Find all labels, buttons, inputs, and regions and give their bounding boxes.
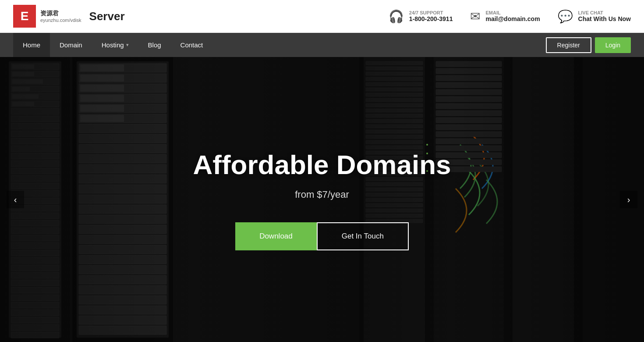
- logo-text-block: 资源君 eyunzhu.com/vdisk: [40, 10, 81, 23]
- logo-icon: E: [13, 5, 36, 28]
- hosting-chevron-icon: ▾: [126, 42, 129, 48]
- register-button[interactable]: Register: [546, 37, 591, 53]
- email-address[interactable]: mail@domain.com: [485, 15, 540, 22]
- main-nav: Home Domain Hosting ▾ Blog Contact: [13, 33, 546, 57]
- hero-title: Affordable Domains: [193, 149, 451, 180]
- nav-blog[interactable]: Blog: [138, 33, 171, 57]
- carousel-next-button[interactable]: ›: [620, 191, 637, 208]
- support-contact: 🎧 24/7 SUPPORT 1-800-200-3911: [389, 9, 453, 24]
- support-info: 24/7 SUPPORT 1-800-200-3911: [409, 10, 453, 22]
- email-icon: ✉: [470, 9, 480, 24]
- chat-icon: 💬: [558, 9, 573, 24]
- nav-contact[interactable]: Contact: [171, 33, 213, 57]
- logo-url: eyunzhu.com/vdisk: [40, 18, 81, 23]
- login-button[interactable]: Login: [595, 37, 631, 53]
- get-in-touch-button[interactable]: Get In Touch: [317, 222, 409, 250]
- email-contact: ✉ EMAIL mail@domain.com: [470, 9, 540, 24]
- hero-subtitle: from $7/year: [193, 189, 451, 200]
- carousel-prev-button[interactable]: ‹: [7, 191, 24, 208]
- email-info: EMAIL mail@domain.com: [485, 10, 540, 22]
- hero-buttons: Download Get In Touch: [193, 222, 451, 250]
- support-phone[interactable]: 1-800-200-3911: [409, 15, 453, 22]
- nav-buttons: Register Login: [546, 37, 631, 53]
- support-label: 24/7 SUPPORT: [409, 10, 453, 15]
- logo-server-label: Server: [89, 10, 125, 23]
- nav-home[interactable]: Home: [13, 33, 50, 57]
- top-contact-area: 🎧 24/7 SUPPORT 1-800-200-3911 ✉ EMAIL ma…: [389, 9, 631, 24]
- nav-hosting[interactable]: Hosting ▾: [92, 33, 138, 57]
- nav-domain[interactable]: Domain: [50, 33, 92, 57]
- live-chat-contact[interactable]: 💬 LIVE CHAT Chat With Us Now: [558, 9, 631, 24]
- nav-bar: Home Domain Hosting ▾ Blog Contact Regis…: [0, 33, 644, 57]
- hero-section: ‹ Affordable Domains from $7/year Downlo…: [0, 57, 644, 342]
- chat-info: LIVE CHAT Chat With Us Now: [578, 10, 631, 22]
- email-label: EMAIL: [485, 10, 540, 15]
- live-chat-label: LIVE CHAT: [578, 10, 631, 15]
- headphone-icon: 🎧: [389, 9, 404, 24]
- logo-area: E 资源君 eyunzhu.com/vdisk Server: [13, 5, 127, 28]
- hero-content: Affordable Domains from $7/year Download…: [193, 149, 451, 250]
- top-bar: E 资源君 eyunzhu.com/vdisk Server 🎧 24/7 SU…: [0, 0, 644, 33]
- download-button[interactable]: Download: [235, 222, 317, 250]
- live-chat-cta[interactable]: Chat With Us Now: [578, 15, 631, 22]
- logo-chinese-name: 资源君: [40, 10, 81, 18]
